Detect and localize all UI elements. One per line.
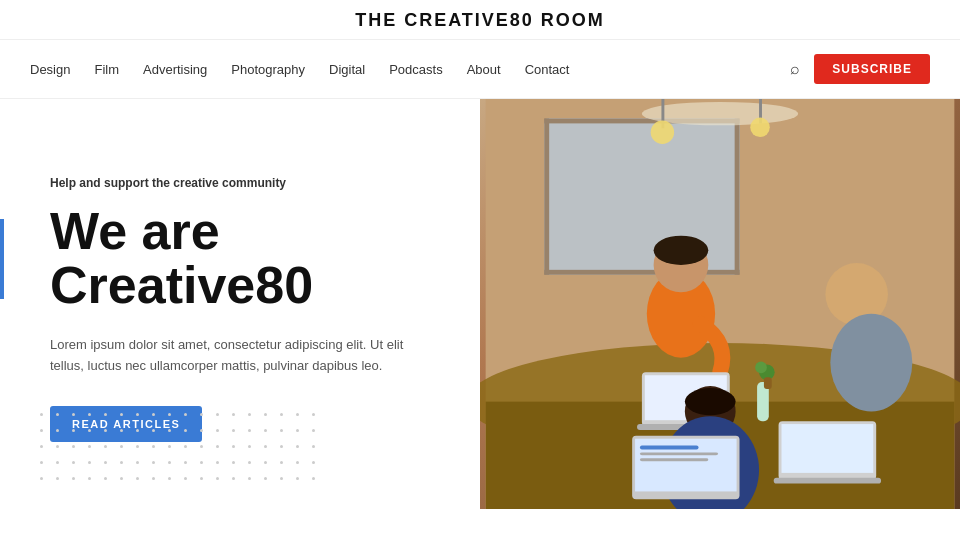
hero-body: Lorem ipsum dolor sit amet, consectetur … bbox=[50, 335, 430, 377]
nav-item-digital[interactable]: Digital bbox=[329, 60, 365, 78]
dot bbox=[216, 445, 219, 448]
dot bbox=[296, 477, 299, 480]
dot bbox=[296, 413, 299, 416]
svg-rect-25 bbox=[640, 458, 708, 461]
dot bbox=[200, 477, 203, 480]
dot bbox=[232, 461, 235, 464]
dot bbox=[184, 477, 187, 480]
dot bbox=[232, 477, 235, 480]
dot bbox=[184, 429, 187, 432]
dot bbox=[72, 477, 75, 480]
dot bbox=[120, 445, 123, 448]
dot bbox=[232, 429, 235, 432]
dot bbox=[280, 429, 283, 432]
dot bbox=[248, 461, 251, 464]
svg-point-17 bbox=[830, 314, 912, 412]
dot bbox=[104, 445, 107, 448]
dot bbox=[152, 413, 155, 416]
nav-item-design[interactable]: Design bbox=[30, 60, 70, 78]
site-title: THE CREATIVE80 ROOM bbox=[355, 10, 605, 30]
nav-right: ⌕ SUBSCRIBE bbox=[790, 54, 930, 84]
dot bbox=[40, 477, 43, 480]
dot bbox=[136, 429, 139, 432]
dot bbox=[56, 445, 59, 448]
nav-item-film[interactable]: Film bbox=[94, 60, 119, 78]
hero-section: Help and support the creative community … bbox=[0, 99, 960, 509]
dot bbox=[280, 445, 283, 448]
dot bbox=[264, 429, 267, 432]
dot bbox=[248, 413, 251, 416]
dot bbox=[216, 413, 219, 416]
dot bbox=[216, 461, 219, 464]
dot bbox=[104, 429, 107, 432]
dot bbox=[200, 413, 203, 416]
search-button[interactable]: ⌕ bbox=[790, 60, 800, 78]
dot bbox=[40, 461, 43, 464]
dot bbox=[136, 461, 139, 464]
svg-point-34 bbox=[750, 118, 770, 138]
dot bbox=[280, 477, 283, 480]
dots-pattern bbox=[40, 413, 324, 489]
nav-item-photography[interactable]: Photography bbox=[231, 60, 305, 78]
nav-item-podcasts[interactable]: Podcasts bbox=[389, 60, 442, 78]
dot bbox=[72, 461, 75, 464]
dot bbox=[264, 413, 267, 416]
svg-rect-24 bbox=[640, 452, 718, 455]
svg-rect-28 bbox=[774, 478, 881, 484]
dot bbox=[120, 477, 123, 480]
dot bbox=[200, 461, 203, 464]
svg-point-12 bbox=[654, 236, 709, 265]
dot bbox=[248, 477, 251, 480]
dot bbox=[72, 445, 75, 448]
dot bbox=[152, 477, 155, 480]
nav-item-advertising[interactable]: Advertising bbox=[143, 60, 207, 78]
dot bbox=[40, 429, 43, 432]
dot bbox=[296, 429, 299, 432]
dot bbox=[296, 461, 299, 464]
dot bbox=[88, 429, 91, 432]
hero-right bbox=[480, 99, 960, 509]
dot bbox=[136, 445, 139, 448]
dot bbox=[264, 445, 267, 448]
dot bbox=[232, 445, 235, 448]
dot bbox=[40, 445, 43, 448]
dot bbox=[56, 413, 59, 416]
dot bbox=[168, 477, 171, 480]
dot bbox=[88, 413, 91, 416]
dot bbox=[184, 461, 187, 464]
dot bbox=[248, 429, 251, 432]
dot bbox=[152, 429, 155, 432]
dot bbox=[120, 461, 123, 464]
dot bbox=[232, 413, 235, 416]
hero-left: Help and support the creative community … bbox=[0, 99, 480, 509]
dot bbox=[312, 445, 315, 448]
dot bbox=[56, 429, 59, 432]
dot bbox=[168, 429, 171, 432]
hero-title-line2: Creative80 bbox=[50, 256, 313, 314]
hero-title-line1: We are bbox=[50, 202, 220, 260]
dot bbox=[168, 461, 171, 464]
dot bbox=[280, 413, 283, 416]
hero-illustration bbox=[480, 99, 960, 509]
dot bbox=[136, 413, 139, 416]
dot bbox=[200, 429, 203, 432]
nav-item-about[interactable]: About bbox=[467, 60, 501, 78]
subscribe-button[interactable]: SUBSCRIBE bbox=[814, 54, 930, 84]
dot bbox=[136, 477, 139, 480]
dot bbox=[72, 413, 75, 416]
dot bbox=[120, 429, 123, 432]
dot bbox=[312, 461, 315, 464]
dot bbox=[88, 477, 91, 480]
dot bbox=[264, 461, 267, 464]
dot bbox=[104, 461, 107, 464]
dot bbox=[104, 477, 107, 480]
nav-item-contact[interactable]: Contact bbox=[525, 60, 570, 78]
dot bbox=[72, 429, 75, 432]
dot bbox=[216, 477, 219, 480]
dot bbox=[264, 477, 267, 480]
top-bar: THE CREATIVE80 ROOM bbox=[0, 0, 960, 40]
dot bbox=[88, 445, 91, 448]
dot bbox=[56, 477, 59, 480]
dot bbox=[184, 413, 187, 416]
hero-title: We are Creative80 bbox=[50, 204, 440, 313]
